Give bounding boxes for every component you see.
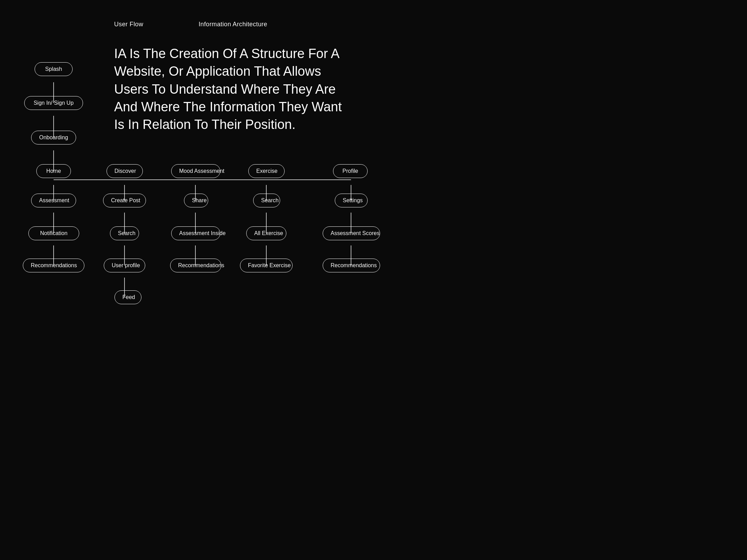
user-profile-node: User profile (104, 259, 145, 272)
exercise-node: Exercise (248, 164, 285, 178)
user-flow-label: User Flow (114, 21, 143, 28)
onboarding-node: Onboarding (31, 131, 76, 144)
share-node: Share (184, 194, 208, 207)
profile-node: Profile (333, 164, 368, 178)
favorite-exercise-node: Favorite Exercise (240, 259, 293, 272)
assessment-inside-node: Assessment Inside (171, 226, 220, 240)
create-post-node: Create Post (103, 194, 146, 207)
recommendations-profile-node: Recommendations (323, 259, 380, 272)
search-exercise-node: Search (253, 194, 280, 207)
discover-node: Discover (107, 164, 143, 178)
mood-assessment-node: Mood Assessment (171, 164, 220, 178)
all-exercise-node: All Exercise (246, 226, 286, 240)
search-discover-node: Search (110, 226, 139, 240)
assessment-scores-node: Assessment Scores (323, 226, 380, 240)
settings-node: Settings (335, 194, 368, 207)
home-node: Home (36, 164, 71, 178)
assessment-node: Assessment (31, 194, 76, 207)
ia-label: Information Architecture (199, 21, 267, 28)
feed-node: Feed (114, 290, 141, 304)
recommendations-home-node: Recommendations (23, 259, 84, 272)
notification-node: Notification (28, 226, 79, 240)
ia-description: IA Is The Creation Of A Structure For A … (114, 45, 349, 133)
sign-in-node: Sign In/ Sign Up (24, 96, 83, 110)
recommendations-mood-node: Recommendations (170, 259, 221, 272)
splash-node: Splash (35, 62, 73, 76)
